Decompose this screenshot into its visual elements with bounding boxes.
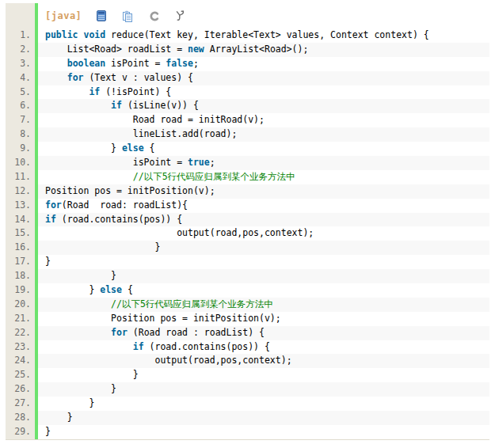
code-line: if (road.contains(pos)) { (38, 213, 489, 227)
code-token-keyword: for (111, 327, 128, 338)
code-line: } (38, 411, 489, 425)
code-line: } (38, 368, 489, 382)
line-number: 28. (6, 411, 35, 425)
code-token-plain: reduce(Text key, Iterable<Text> values, … (105, 29, 429, 40)
code-token-keyword: if (45, 214, 56, 225)
toolbar: [java] (38, 3, 489, 28)
line-number: 20. (6, 298, 35, 312)
line-number: 2. (6, 43, 35, 57)
code-token-plain: { (144, 142, 155, 154)
code-token-plain: Position pos = initPosition(v); (45, 185, 215, 196)
code-token-keyword: else (122, 142, 144, 154)
code-token-plain (45, 100, 111, 111)
code-token-plain: (Text v : values) { (83, 72, 192, 83)
line-number: 8. (6, 127, 35, 142)
code-token-plain: (road.contains(pos)) { (144, 341, 270, 352)
line-number: 24. (6, 354, 35, 368)
code-line: } (38, 397, 489, 411)
code-token-keyword: if (111, 100, 122, 111)
code-token-plain: } (45, 284, 100, 295)
code-line: } (38, 255, 489, 269)
code-token-keyword: void (83, 29, 105, 40)
code-token-keyword: for (45, 199, 62, 211)
code-token-keyword: if (133, 341, 144, 352)
code-line: } (38, 269, 489, 283)
print-icon[interactable] (147, 9, 160, 22)
line-number: 16. (6, 241, 35, 255)
line-number: 26. (6, 382, 35, 397)
code-token-plain: List<Road> roadList = (45, 44, 188, 55)
code-token-comment: //以下5行代码应归属到某个业务方法中 (111, 298, 273, 309)
code-token-plain: (isLine(v)) { (122, 100, 199, 111)
code-line: Road road = initRoad(v); (38, 113, 489, 127)
code-token-plain (45, 298, 111, 309)
line-number: 21. (6, 312, 35, 326)
code-line: } else { (38, 142, 489, 156)
code-block: 1.2.3.4.5.6.7.8.9.10.11.12.13.14.15.16.1… (6, 3, 489, 440)
line-number: 14. (6, 213, 35, 227)
code-content: [java] (38, 3, 489, 439)
code-token-plain: } (45, 241, 160, 252)
code-token-plain: { (122, 284, 133, 295)
code-token-plain: lineList.add(road); (45, 128, 237, 139)
code-token-keyword: else (100, 284, 122, 295)
code-token-plain (45, 72, 67, 83)
line-number: 4. (6, 71, 35, 85)
line-number: 15. (6, 226, 35, 241)
code-line: public void reduce(Text key, Iterable<Te… (38, 28, 489, 43)
code-token-keyword: public (45, 29, 78, 40)
line-number: 22. (6, 326, 35, 340)
code-token-plain: ArrayList<Road>(); (204, 44, 309, 55)
code-line: Position pos = initPosition(v); (38, 312, 489, 326)
code-token-keyword: if (89, 86, 100, 97)
code-line: } else { (38, 283, 489, 298)
code-token-plain (45, 341, 133, 352)
line-number: 19. (6, 283, 35, 298)
line-number: 3. (6, 57, 35, 71)
code-line: } (38, 425, 489, 439)
code-token-plain: isPoint = (45, 157, 188, 168)
code-line: output(road,pos,context); (38, 226, 489, 241)
code-token-plain: ; (210, 157, 215, 168)
code-line: if (!isPoint) { (38, 85, 489, 100)
code-token-plain: (road.contains(pos)) { (56, 214, 182, 225)
code-line: } (38, 241, 489, 255)
code-token-plain: (Road road : roadList) { (128, 327, 265, 338)
code-line: for (Road road : roadList) { (38, 326, 489, 340)
code-token-comment: //以下5行代码应归属到某个业务方法中 (133, 171, 295, 182)
code-line: //以下5行代码应归属到某个业务方法中 (38, 170, 489, 184)
code-token-keyword: boolean (67, 58, 105, 69)
code-token-plain: ; (193, 58, 199, 69)
copy-icon[interactable] (121, 9, 134, 22)
code-line: boolean isPoint = false; (38, 57, 489, 71)
code-token-plain (45, 327, 111, 338)
help-icon[interactable] (173, 9, 186, 22)
code-line: List<Road> roadList = new ArrayList<Road… (38, 43, 489, 57)
code-token-plain: } (45, 383, 116, 394)
code-token-plain: Road road = initRoad(v); (45, 114, 265, 125)
page: 1.2.3.4.5.6.7.8.9.10.11.12.13.14.15.16.1… (0, 0, 495, 448)
code-token-plain: (!isPoint) { (100, 86, 171, 97)
code-line: if (road.contains(pos)) { (38, 340, 489, 355)
gutter-header-spacer (6, 3, 35, 28)
code-token-plain (45, 58, 67, 69)
line-number: 9. (6, 142, 35, 156)
code-line: for(Road road: roadList){ (38, 199, 489, 213)
code-line: if (isLine(v)) { (38, 99, 489, 113)
view-plain-icon[interactable] (95, 9, 108, 22)
line-number: 17. (6, 255, 35, 269)
gutter: 1.2.3.4.5.6.7.8.9.10.11.12.13.14.15.16.1… (6, 3, 38, 439)
code-token-plain (45, 86, 89, 97)
code-line: for (Text v : values) { (38, 71, 489, 85)
line-number: 10. (6, 156, 35, 170)
line-number: 18. (6, 269, 35, 283)
line-number: 29. (6, 425, 35, 439)
code-token-plain: Position pos = initPosition(v); (45, 313, 281, 324)
line-number: 7. (6, 113, 35, 127)
code-line: isPoint = true; (38, 156, 489, 170)
code-token-plain: (Road road: roadList){ (62, 199, 188, 211)
code-line: //以下5行代码应归属到某个业务方法中 (38, 298, 489, 312)
code-line: lineList.add(road); (38, 127, 489, 142)
line-number: 27. (6, 397, 35, 411)
code-token-plain: output(road,pos,context); (45, 227, 314, 238)
